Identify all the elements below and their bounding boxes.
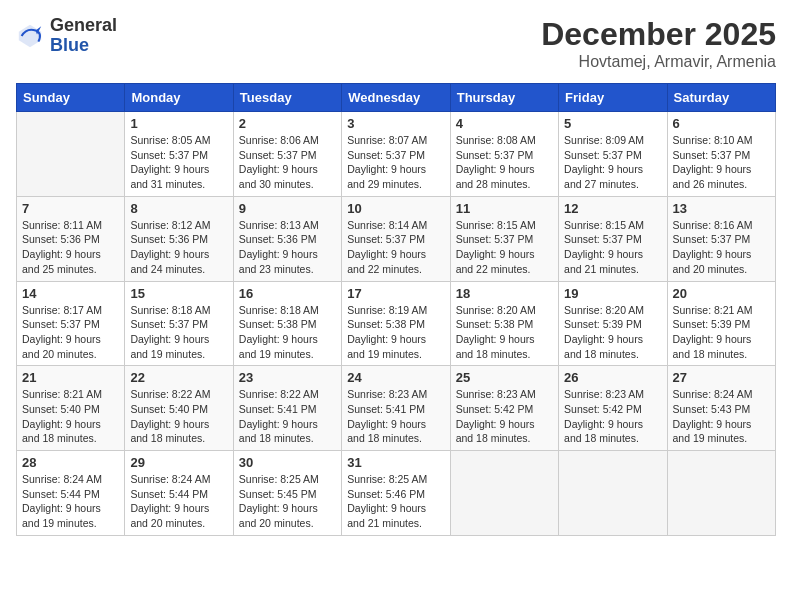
day-number: 1	[130, 116, 227, 131]
logo-icon	[16, 22, 44, 50]
day-number: 9	[239, 201, 336, 216]
day-number: 16	[239, 286, 336, 301]
calendar-cell	[450, 451, 558, 536]
day-number: 21	[22, 370, 119, 385]
day-number: 10	[347, 201, 444, 216]
day-number: 29	[130, 455, 227, 470]
day-info: Sunrise: 8:06 AMSunset: 5:37 PMDaylight:…	[239, 133, 336, 192]
day-info: Sunrise: 8:05 AMSunset: 5:37 PMDaylight:…	[130, 133, 227, 192]
day-info: Sunrise: 8:12 AMSunset: 5:36 PMDaylight:…	[130, 218, 227, 277]
day-info: Sunrise: 8:13 AMSunset: 5:36 PMDaylight:…	[239, 218, 336, 277]
day-info: Sunrise: 8:23 AMSunset: 5:42 PMDaylight:…	[564, 387, 661, 446]
calendar-cell: 1Sunrise: 8:05 AMSunset: 5:37 PMDaylight…	[125, 112, 233, 197]
day-number: 14	[22, 286, 119, 301]
day-number: 22	[130, 370, 227, 385]
calendar-cell: 28Sunrise: 8:24 AMSunset: 5:44 PMDayligh…	[17, 451, 125, 536]
calendar-cell: 19Sunrise: 8:20 AMSunset: 5:39 PMDayligh…	[559, 281, 667, 366]
day-number: 19	[564, 286, 661, 301]
day-number: 11	[456, 201, 553, 216]
weekday-header-thursday: Thursday	[450, 84, 558, 112]
day-number: 15	[130, 286, 227, 301]
day-info: Sunrise: 8:20 AMSunset: 5:38 PMDaylight:…	[456, 303, 553, 362]
calendar-cell: 26Sunrise: 8:23 AMSunset: 5:42 PMDayligh…	[559, 366, 667, 451]
day-number: 3	[347, 116, 444, 131]
day-number: 2	[239, 116, 336, 131]
day-number: 28	[22, 455, 119, 470]
calendar-cell: 23Sunrise: 8:22 AMSunset: 5:41 PMDayligh…	[233, 366, 341, 451]
day-number: 12	[564, 201, 661, 216]
calendar-cell: 12Sunrise: 8:15 AMSunset: 5:37 PMDayligh…	[559, 196, 667, 281]
calendar-cell: 30Sunrise: 8:25 AMSunset: 5:45 PMDayligh…	[233, 451, 341, 536]
day-number: 25	[456, 370, 553, 385]
day-info: Sunrise: 8:21 AMSunset: 5:40 PMDaylight:…	[22, 387, 119, 446]
day-info: Sunrise: 8:14 AMSunset: 5:37 PMDaylight:…	[347, 218, 444, 277]
calendar-week-row: 21Sunrise: 8:21 AMSunset: 5:40 PMDayligh…	[17, 366, 776, 451]
calendar-cell: 18Sunrise: 8:20 AMSunset: 5:38 PMDayligh…	[450, 281, 558, 366]
day-number: 27	[673, 370, 770, 385]
day-number: 23	[239, 370, 336, 385]
calendar-week-row: 7Sunrise: 8:11 AMSunset: 5:36 PMDaylight…	[17, 196, 776, 281]
day-info: Sunrise: 8:24 AMSunset: 5:44 PMDaylight:…	[130, 472, 227, 531]
day-info: Sunrise: 8:10 AMSunset: 5:37 PMDaylight:…	[673, 133, 770, 192]
day-info: Sunrise: 8:24 AMSunset: 5:44 PMDaylight:…	[22, 472, 119, 531]
page-header: General Blue December 2025 Hovtamej, Arm…	[16, 16, 776, 71]
day-info: Sunrise: 8:18 AMSunset: 5:37 PMDaylight:…	[130, 303, 227, 362]
day-number: 30	[239, 455, 336, 470]
logo-text: General Blue	[50, 16, 117, 56]
calendar-cell: 16Sunrise: 8:18 AMSunset: 5:38 PMDayligh…	[233, 281, 341, 366]
day-number: 7	[22, 201, 119, 216]
day-info: Sunrise: 8:21 AMSunset: 5:39 PMDaylight:…	[673, 303, 770, 362]
day-info: Sunrise: 8:18 AMSunset: 5:38 PMDaylight:…	[239, 303, 336, 362]
day-number: 20	[673, 286, 770, 301]
calendar-cell: 2Sunrise: 8:06 AMSunset: 5:37 PMDaylight…	[233, 112, 341, 197]
calendar-cell: 4Sunrise: 8:08 AMSunset: 5:37 PMDaylight…	[450, 112, 558, 197]
weekday-header-friday: Friday	[559, 84, 667, 112]
logo-blue: Blue	[50, 36, 117, 56]
day-info: Sunrise: 8:15 AMSunset: 5:37 PMDaylight:…	[564, 218, 661, 277]
calendar-cell: 20Sunrise: 8:21 AMSunset: 5:39 PMDayligh…	[667, 281, 775, 366]
calendar-cell: 22Sunrise: 8:22 AMSunset: 5:40 PMDayligh…	[125, 366, 233, 451]
day-number: 5	[564, 116, 661, 131]
day-info: Sunrise: 8:25 AMSunset: 5:45 PMDaylight:…	[239, 472, 336, 531]
title-area: December 2025 Hovtamej, Armavir, Armenia	[541, 16, 776, 71]
location-title: Hovtamej, Armavir, Armenia	[541, 53, 776, 71]
calendar-cell	[559, 451, 667, 536]
day-info: Sunrise: 8:20 AMSunset: 5:39 PMDaylight:…	[564, 303, 661, 362]
day-info: Sunrise: 8:24 AMSunset: 5:43 PMDaylight:…	[673, 387, 770, 446]
day-info: Sunrise: 8:15 AMSunset: 5:37 PMDaylight:…	[456, 218, 553, 277]
day-number: 8	[130, 201, 227, 216]
calendar-cell: 29Sunrise: 8:24 AMSunset: 5:44 PMDayligh…	[125, 451, 233, 536]
calendar-table: SundayMondayTuesdayWednesdayThursdayFrid…	[16, 83, 776, 536]
calendar-week-row: 14Sunrise: 8:17 AMSunset: 5:37 PMDayligh…	[17, 281, 776, 366]
calendar-cell: 27Sunrise: 8:24 AMSunset: 5:43 PMDayligh…	[667, 366, 775, 451]
day-info: Sunrise: 8:23 AMSunset: 5:41 PMDaylight:…	[347, 387, 444, 446]
weekday-header-saturday: Saturday	[667, 84, 775, 112]
calendar-cell: 9Sunrise: 8:13 AMSunset: 5:36 PMDaylight…	[233, 196, 341, 281]
day-number: 18	[456, 286, 553, 301]
calendar-week-row: 28Sunrise: 8:24 AMSunset: 5:44 PMDayligh…	[17, 451, 776, 536]
day-number: 6	[673, 116, 770, 131]
month-title: December 2025	[541, 16, 776, 53]
day-number: 26	[564, 370, 661, 385]
weekday-header-sunday: Sunday	[17, 84, 125, 112]
calendar-week-row: 1Sunrise: 8:05 AMSunset: 5:37 PMDaylight…	[17, 112, 776, 197]
calendar-cell: 13Sunrise: 8:16 AMSunset: 5:37 PMDayligh…	[667, 196, 775, 281]
weekday-header-monday: Monday	[125, 84, 233, 112]
day-info: Sunrise: 8:17 AMSunset: 5:37 PMDaylight:…	[22, 303, 119, 362]
day-number: 4	[456, 116, 553, 131]
day-info: Sunrise: 8:23 AMSunset: 5:42 PMDaylight:…	[456, 387, 553, 446]
logo: General Blue	[16, 16, 117, 56]
calendar-cell: 15Sunrise: 8:18 AMSunset: 5:37 PMDayligh…	[125, 281, 233, 366]
day-number: 24	[347, 370, 444, 385]
day-number: 13	[673, 201, 770, 216]
day-info: Sunrise: 8:09 AMSunset: 5:37 PMDaylight:…	[564, 133, 661, 192]
calendar-cell: 8Sunrise: 8:12 AMSunset: 5:36 PMDaylight…	[125, 196, 233, 281]
day-info: Sunrise: 8:19 AMSunset: 5:38 PMDaylight:…	[347, 303, 444, 362]
day-number: 17	[347, 286, 444, 301]
calendar-cell: 10Sunrise: 8:14 AMSunset: 5:37 PMDayligh…	[342, 196, 450, 281]
calendar-cell: 11Sunrise: 8:15 AMSunset: 5:37 PMDayligh…	[450, 196, 558, 281]
day-info: Sunrise: 8:11 AMSunset: 5:36 PMDaylight:…	[22, 218, 119, 277]
logo-general: General	[50, 16, 117, 36]
day-info: Sunrise: 8:22 AMSunset: 5:41 PMDaylight:…	[239, 387, 336, 446]
weekday-header-tuesday: Tuesday	[233, 84, 341, 112]
